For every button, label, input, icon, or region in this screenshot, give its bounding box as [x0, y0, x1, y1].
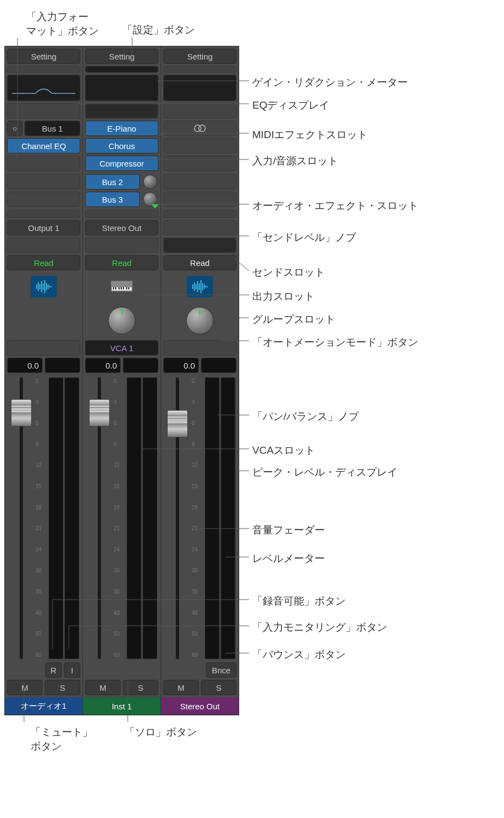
solo-button[interactable]: S [45, 680, 80, 695]
label-setting-btn: 「設定」ボタン [122, 23, 195, 37]
svg-rect-17 [123, 287, 124, 289]
output-slot[interactable]: Output 1 [7, 220, 80, 235]
input-format-button[interactable]: ○ [7, 121, 22, 136]
svg-rect-16 [121, 287, 122, 289]
automation-mode-button[interactable]: Read [85, 255, 158, 270]
peak-level-display: 0.0 [7, 358, 43, 373]
send-level-knob[interactable] [143, 192, 157, 206]
audio-fx-slot[interactable]: Compressor [85, 156, 158, 171]
svg-rect-18 [126, 287, 127, 289]
track-icon[interactable] [7, 272, 80, 301]
group-slot[interactable] [163, 238, 236, 253]
label-input-inst-slot: 入力/音源スロット [252, 154, 338, 168]
channel-strip-2: SettingRead0.0036912151821243035405060Bn… [161, 46, 239, 715]
vca-slot[interactable]: VCA 1 [85, 340, 158, 355]
track-name[interactable]: Stereo Out [161, 697, 239, 715]
peak-level-display [123, 358, 158, 373]
mute-button[interactable]: M [163, 680, 199, 695]
level-meter [127, 377, 157, 659]
track-icon[interactable] [163, 272, 236, 301]
fader-scale: 036912151821243035405060 [35, 377, 48, 659]
pan-balance-knob[interactable] [108, 307, 135, 334]
send-slot[interactable]: Bus 3 [85, 192, 140, 207]
input-monitoring-button[interactable]: I [64, 662, 80, 678]
send-slot[interactable] [163, 192, 236, 207]
label-vca-slot: VCAスロット [252, 443, 315, 458]
label-input-format: 「入力フォー マット」ボタン [26, 10, 99, 38]
volume-fader[interactable] [8, 377, 34, 659]
svg-rect-13 [113, 287, 114, 289]
label-output-slot: 出力スロット [252, 289, 315, 304]
fader-scale: 036912151821243035405060 [114, 377, 126, 659]
input-slot[interactable]: Bus 1 [25, 121, 80, 136]
eq-display[interactable] [163, 75, 236, 101]
label-level-meter: レベルメーター [252, 552, 325, 566]
volume-fader[interactable] [164, 377, 191, 659]
track-name[interactable]: Inst 1 [83, 697, 161, 715]
audio-fx-slot[interactable] [7, 156, 80, 171]
automation-mode-button[interactable]: Read [163, 255, 236, 270]
peak-level-display [201, 358, 236, 373]
label-volume-fader: 音量フェーダー [252, 523, 325, 537]
send-slot[interactable] [7, 192, 80, 207]
peak-level-display [45, 358, 80, 373]
instrument-slot[interactable]: E-Piano [85, 121, 158, 136]
audio-fx-slot[interactable]: Channel EQ [7, 138, 80, 153]
audio-fx-slot[interactable] [163, 138, 236, 153]
eq-display[interactable] [85, 75, 158, 101]
label-automation-mode: 「オートメーションモード」ボタン [252, 335, 418, 349]
setting-button[interactable]: Setting [163, 49, 236, 64]
input-slot[interactable] [163, 121, 236, 136]
solo-button[interactable]: S [123, 680, 158, 695]
audio-fx-slot[interactable]: Chorus [85, 138, 158, 153]
eq-display[interactable] [7, 75, 80, 101]
level-meter [205, 377, 235, 659]
peak-level-display: 0.0 [85, 358, 121, 373]
gain-reduction-meter [85, 66, 158, 73]
track-name[interactable]: オーディオ1 [5, 697, 82, 715]
spacer [7, 210, 80, 218]
label-bounce: 「バウンス」ボタン [252, 648, 346, 662]
label-pan-knob: 「パン/バランス」ノブ [252, 410, 359, 424]
channel-strip-1: SettingE-PianoChorusCompressorBus 2Bus 3… [83, 46, 161, 715]
svg-point-21 [199, 125, 205, 132]
mixer-panel: Setting○Bus 1Channel EQOutput 1Read0.003… [4, 46, 239, 715]
group-slot[interactable] [7, 238, 80, 253]
midi-fx-slot[interactable] [163, 103, 236, 118]
mute-button[interactable]: M [85, 680, 121, 695]
label-send-level-knob: 「センドレベル」ノブ [252, 230, 356, 245]
send-slot[interactable]: Bus 2 [85, 174, 140, 189]
midi-fx-slot[interactable] [7, 103, 80, 118]
svg-rect-15 [118, 287, 120, 289]
volume-fader[interactable] [86, 377, 112, 659]
setting-button[interactable]: Setting [7, 49, 80, 64]
output-slot[interactable]: Stereo Out [85, 220, 158, 235]
gain-reduction-meter [163, 66, 236, 73]
label-mute: 「ミュート」 ボタン [31, 725, 93, 753]
label-record-enable: 「録音可能」ボタン [252, 594, 346, 608]
output-slot[interactable] [163, 220, 236, 235]
gain-reduction-meter [7, 66, 80, 73]
vca-slot[interactable] [163, 340, 236, 355]
send-slot[interactable] [7, 174, 80, 189]
bounce-button[interactable]: Bnce [206, 662, 236, 678]
automation-mode-button[interactable]: Read [7, 255, 80, 270]
send-level-knob[interactable] [143, 175, 157, 189]
label-audio-fx-slot: オーディオ・エフェクト・スロット [252, 199, 418, 213]
setting-button[interactable]: Setting [85, 49, 158, 64]
pan-balance-knob[interactable] [186, 307, 214, 334]
peak-level-display: 0.0 [163, 358, 199, 373]
vca-slot[interactable] [7, 340, 80, 355]
solo-button[interactable]: S [201, 680, 236, 695]
label-solo: 「ソロ」ボタン [124, 725, 197, 739]
spacer [85, 210, 158, 218]
track-icon[interactable] [85, 272, 158, 301]
svg-rect-14 [115, 287, 116, 289]
group-slot[interactable] [85, 238, 158, 253]
channel-strip-0: Setting○Bus 1Channel EQOutput 1Read0.003… [5, 46, 83, 715]
send-slot[interactable] [163, 174, 236, 189]
record-enable-button[interactable]: R [45, 662, 62, 678]
midi-fx-slot[interactable] [85, 103, 158, 118]
audio-fx-slot[interactable] [163, 156, 236, 171]
mute-button[interactable]: M [7, 680, 43, 695]
